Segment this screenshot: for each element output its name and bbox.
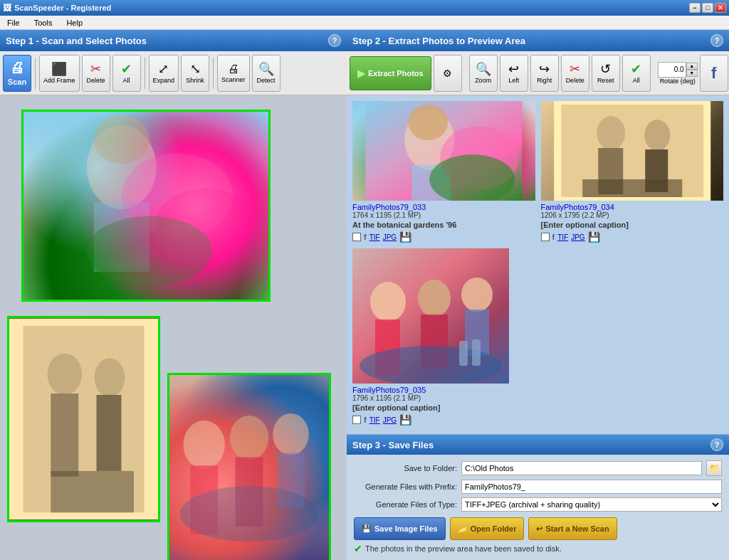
preview-checkbox-2[interactable] [541, 233, 550, 241]
preview-area: FamilyPhotos79_033 1764 x 1195 (2.1 MP) … [347, 95, 729, 434]
facebook-icon-2[interactable]: f [552, 233, 555, 241]
preview-caption-1[interactable]: At the botanical gardens '96 [352, 221, 535, 229]
step1-help-icon[interactable]: ? [328, 34, 341, 47]
toolbar-separator-2 [145, 58, 145, 89]
rotate-left-button[interactable]: ↩ Left [500, 55, 528, 92]
scan-photo-girls-group[interactable] [167, 373, 331, 560]
facebook-icon-1[interactable]: f [364, 233, 367, 241]
maximize-button[interactable]: □ [702, 3, 713, 13]
preview-thumb-2[interactable] [541, 101, 724, 201]
menu-file[interactable]: File [3, 17, 24, 28]
svg-point-28 [597, 116, 625, 150]
step2-delete-button[interactable]: ✂ Delete [561, 55, 589, 92]
step1-title: Step 1 - Scan and Select Photos [6, 36, 147, 46]
step2-help-icon[interactable]: ? [710, 34, 723, 47]
save-icon-1[interactable]: 💾 [399, 231, 411, 243]
folder-label: Save to Folder: [354, 464, 457, 472]
extract-photos-button[interactable]: ▶ Extract Photos [350, 56, 431, 90]
tif-link-3[interactable]: TIF [369, 416, 380, 424]
preview-thumb-1[interactable] [352, 101, 535, 201]
preview-checkbox-1[interactable] [352, 233, 361, 241]
svg-point-38 [461, 278, 493, 312]
menu-help[interactable]: Help [62, 17, 87, 28]
folder-input[interactable] [461, 461, 702, 475]
delete-button[interactable]: ✂ Delete [82, 55, 110, 92]
step3-header: Step 3 - Save Files ? [347, 435, 729, 455]
preview-actions-2: f TIF JPG 💾 [541, 231, 724, 243]
browse-folder-button[interactable]: 📁 [706, 460, 722, 476]
all-button[interactable]: ✔ All [112, 55, 141, 92]
facebook-icon-3[interactable]: f [364, 416, 367, 424]
scanner-button[interactable]: 🖨 Scanner [217, 55, 250, 92]
minimize-button[interactable]: − [689, 3, 701, 13]
rotate-input[interactable] [658, 62, 686, 78]
save-icon: 💾 [362, 524, 372, 534]
bottom-buttons: 💾 Save Image Files 📂 Open Folder ↩ Start… [354, 517, 722, 540]
add-frame-button[interactable]: ⬛ Add Frame [39, 55, 80, 92]
preview-filename-3[interactable]: FamilyPhotos79_035 [352, 386, 509, 394]
svg-point-10 [95, 358, 125, 396]
step3-panel: Step 3 - Save Files ? Save to Folder: 📁 … [347, 434, 729, 560]
jpg-link-1[interactable]: JPG [383, 233, 397, 241]
step2-all-button[interactable]: ✔ All [622, 55, 651, 92]
rotate-right-button[interactable]: ↪ Right [530, 55, 559, 92]
start-new-scan-button[interactable]: ↩ Start a New Scan [528, 517, 617, 540]
preview-caption-2[interactable]: [Enter optional caption] [541, 221, 724, 229]
status-row: ✔ The photos in the preview area have be… [354, 543, 722, 554]
zoom-button[interactable]: 🔍 Zoom [469, 55, 498, 92]
jpg-link-3[interactable]: JPG [383, 416, 397, 424]
facebook-button[interactable]: f [700, 55, 728, 92]
extract-arrow-icon: ▶ [357, 68, 365, 79]
rotate-control: ▲ ▼ Rotate (deg) [658, 62, 698, 85]
svg-point-30 [644, 120, 670, 151]
type-row: Generate Files of Type: TIFF+JPEG (archi… [354, 497, 722, 512]
toolbar-separator-1 [35, 58, 36, 89]
title-bar-controls: − □ ✕ [689, 3, 726, 13]
menu-tools[interactable]: Tools [30, 17, 57, 28]
preview-row-2: FamilyPhotos79_035 1796 x 1195 (2.1 MP) … [352, 248, 723, 426]
open-folder-button[interactable]: 📂 Open Folder [450, 517, 525, 540]
preview-dimensions-1: 1764 x 1195 (2.1 MP) [352, 211, 535, 219]
type-label: Generate Files of Type: [354, 500, 457, 509]
preview-caption-3[interactable]: [Enter optional caption] [352, 403, 509, 412]
close-button[interactable]: ✕ [715, 3, 726, 13]
title-bar: 🖼 ScanSpeeder - Registered − □ ✕ [0, 0, 729, 16]
step1-toolbar: 🖨 Scan ⬛ Add Frame ✂ Delete ✔ All ⤢ Expa… [0, 51, 347, 95]
tif-link-2[interactable]: TIF [557, 233, 568, 241]
svg-point-5 [87, 216, 212, 286]
new-scan-icon: ↩ [536, 524, 542, 534]
file-type-select[interactable]: TIFF+JPEG (archival + sharing quality) J… [461, 497, 722, 512]
shrink-button[interactable]: ⤡ Shrink [181, 55, 209, 92]
preview-checkbox-3[interactable] [352, 416, 361, 424]
prefix-row: Generate Files with Prefix: [354, 480, 722, 494]
scan-photo-girl-flowers[interactable] [21, 110, 271, 302]
save-image-files-button[interactable]: 💾 Save Image Files [354, 517, 446, 540]
preview-dimensions-2: 1206 x 1795 (2.2 MP) [541, 211, 724, 219]
svg-rect-9 [51, 393, 78, 477]
step3-help-icon[interactable]: ? [710, 438, 723, 451]
rotate-up-button[interactable]: ▲ [686, 63, 698, 70]
tif-link-1[interactable]: TIF [369, 233, 380, 241]
jpg-link-2[interactable]: JPG [571, 233, 584, 241]
save-icon-2[interactable]: 💾 [588, 231, 600, 243]
prefix-input[interactable] [461, 480, 722, 494]
preview-filename-1[interactable]: FamilyPhotos79_033 [352, 203, 535, 211]
right-panel: Step 2 - Extract Photos to Preview Area … [347, 30, 729, 560]
rotate-down-button[interactable]: ▼ [686, 70, 698, 77]
step1-header: Step 1 - Scan and Select Photos ? [0, 30, 347, 51]
status-text: The photos in the preview area have been… [365, 544, 562, 553]
preview-thumb-3[interactable] [352, 248, 509, 384]
rotate-spin-buttons: ▲ ▼ [686, 63, 698, 77]
save-icon-3[interactable]: 💾 [399, 414, 411, 426]
svg-rect-32 [582, 179, 682, 197]
preview-filename-2[interactable]: FamilyPhotos79_034 [541, 203, 724, 211]
girls-group-image [169, 375, 329, 560]
scan-button[interactable]: 🖨 Scan [3, 55, 31, 92]
step2-header: Step 2 - Extract Photos to Preview Area … [347, 30, 729, 51]
reset-button[interactable]: ↺ Reset [592, 55, 620, 92]
detect-button[interactable]: 🔍 Detect [252, 55, 280, 92]
settings-button[interactable]: ⚙ [434, 55, 462, 92]
scan-photo-old-men[interactable] [7, 316, 160, 522]
preview-actions-1: f TIF JPG 💾 [352, 231, 535, 243]
expand-button[interactable]: ⤢ Expand [149, 55, 179, 92]
